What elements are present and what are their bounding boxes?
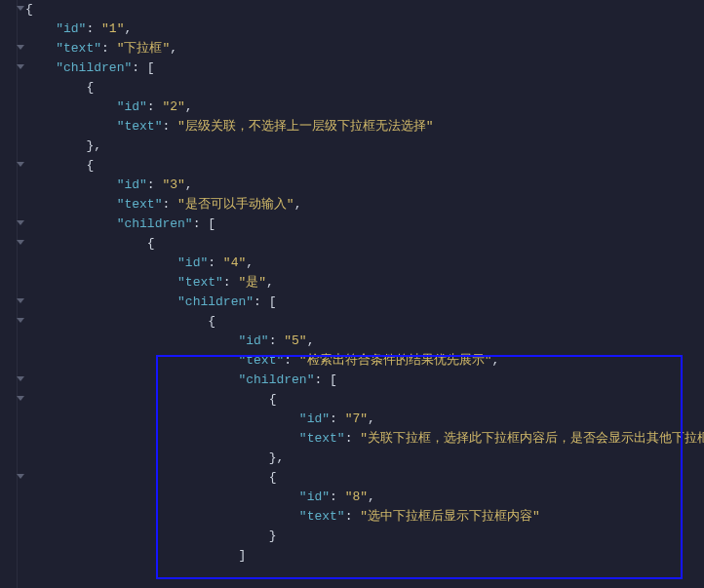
code-line: {: [25, 312, 704, 332]
code-area: { "id": "1", "text": "下拉框", "children": …: [20, 0, 704, 585]
gutter-line: [0, 39, 17, 59]
punctuation: ,: [170, 41, 177, 56]
json-key: "text": [117, 197, 163, 212]
punctuation: [25, 177, 117, 192]
gutter-line: [0, 449, 17, 468]
punctuation: ,: [491, 353, 499, 368]
punctuation: :: [147, 177, 163, 192]
line-gutter: [0, 0, 18, 588]
punctuation: : [: [193, 216, 215, 231]
punctuation: : [: [132, 60, 154, 75]
code-line: "id": "2",: [25, 98, 704, 117]
code-line: {: [25, 234, 704, 254]
json-key: "id": [56, 21, 86, 36]
punctuation: },: [25, 451, 284, 465]
punctuation: {: [25, 470, 276, 485]
code-line: ]: [25, 546, 704, 566]
json-string: "8": [345, 490, 368, 504]
punctuation: [25, 255, 177, 270]
json-string: "关联下拉框，选择此下拉框内容后，是否会显示出其他下拉框": [360, 431, 704, 446]
code-line: "text": "层级关联，不选择上一层级下拉框无法选择": [25, 117, 704, 137]
code-line: "text": "下拉框",: [25, 39, 704, 59]
code-line: {: [25, 468, 704, 488]
punctuation: [25, 431, 299, 446]
gutter-line: [0, 566, 17, 585]
gutter-line: [0, 410, 17, 429]
punctuation: {: [25, 392, 276, 407]
punctuation: :: [223, 275, 239, 290]
gutter-line: [0, 176, 17, 195]
code-line: },: [25, 449, 704, 468]
punctuation: [25, 372, 238, 387]
code-line: {: [25, 78, 704, 98]
gutter-line: [0, 332, 17, 351]
punctuation: ,: [185, 99, 193, 114]
punctuation: [25, 41, 56, 56]
code-line: "id": "7",: [25, 410, 704, 429]
json-key: "text": [299, 431, 345, 446]
json-key: "text": [117, 119, 163, 134]
code-line: "text": "是",: [25, 273, 704, 293]
json-key: "text": [299, 509, 345, 524]
json-key: "children": [177, 294, 254, 309]
code-line: }: [25, 527, 704, 546]
code-line: },: [25, 137, 704, 156]
code-line: "children": [: [25, 371, 704, 390]
punctuation: :: [345, 509, 361, 524]
punctuation: {: [25, 314, 215, 329]
gutter-line: [0, 507, 17, 527]
json-string: "是否可以手动输入": [177, 197, 294, 212]
json-key: "id": [299, 490, 330, 504]
punctuation: }: [25, 529, 276, 543]
code-line: {: [25, 390, 704, 410]
gutter-line: [0, 215, 17, 234]
punctuation: [25, 333, 238, 348]
json-key: "id": [238, 333, 268, 348]
punctuation: : [: [314, 372, 336, 387]
punctuation: [25, 119, 117, 134]
punctuation: ,: [185, 177, 193, 192]
gutter-line: [0, 390, 17, 410]
punctuation: [25, 197, 117, 212]
json-string: "2": [162, 99, 184, 114]
punctuation: :: [284, 353, 299, 368]
code-line: "id": "1",: [25, 20, 704, 39]
gutter-line: [0, 20, 17, 39]
punctuation: [25, 509, 299, 524]
json-string: "检索出符合条件的结果优先展示": [299, 353, 492, 368]
code-line: "text": "检索出符合条件的结果优先展示",: [25, 351, 704, 371]
code-line: "id": "3",: [25, 176, 704, 195]
punctuation: :: [269, 333, 285, 348]
code-line: "text": "是否可以手动输入",: [25, 195, 704, 215]
gutter-line: [0, 117, 17, 137]
gutter-line: [0, 78, 17, 98]
punctuation: {: [25, 2, 33, 17]
code-line: "text": "选中下拉框后显示下拉框内容": [25, 507, 704, 527]
gutter-line: [0, 527, 17, 546]
code-line: "id": "8",: [25, 488, 704, 507]
code-line: "children": [: [25, 293, 704, 312]
gutter-line: [0, 488, 17, 507]
json-string: "5": [284, 333, 306, 348]
code-line: "id": "5",: [25, 332, 704, 351]
gutter-line: [0, 371, 17, 390]
json-key: "children": [117, 216, 193, 231]
json-string: "是": [238, 275, 266, 290]
json-key: "text": [56, 41, 101, 56]
gutter-line: [0, 351, 17, 371]
json-string: "层级关联，不选择上一层级下拉框无法选择": [177, 119, 434, 134]
punctuation: },: [25, 138, 101, 153]
punctuation: {: [25, 158, 94, 173]
gutter-line: [0, 293, 17, 312]
punctuation: {: [25, 80, 94, 95]
json-string: "下拉框": [117, 41, 171, 56]
punctuation: :: [162, 197, 177, 212]
json-string: "1": [101, 21, 124, 36]
punctuation: :: [162, 119, 177, 134]
punctuation: : [: [254, 294, 276, 309]
punctuation: :: [345, 431, 361, 446]
punctuation: [25, 294, 177, 309]
gutter-line: [0, 546, 17, 566]
gutter-line: [0, 0, 17, 20]
punctuation: {: [25, 236, 155, 251]
